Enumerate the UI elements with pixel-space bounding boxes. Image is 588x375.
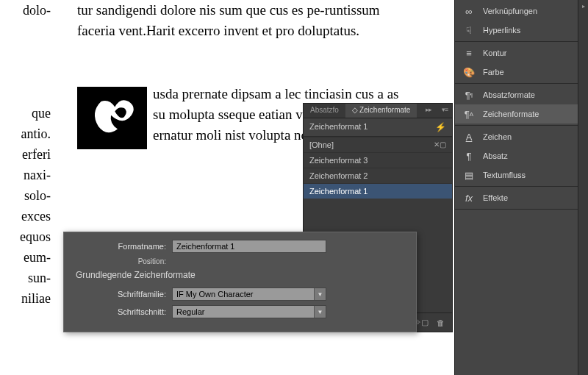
- link-icon: ∞: [462, 4, 476, 18]
- sidebar-item-hyperlinks[interactable]: ☟ Hyperlinks: [455, 21, 578, 40]
- wrap-icon: ▤: [462, 168, 476, 182]
- paragraph-1: tur sandigendi dolore nis sum que cus es…: [77, 0, 408, 41]
- chevron-down-icon[interactable]: ▼: [314, 306, 326, 318]
- tab-character-styles[interactable]: ◇Zeichenformate: [345, 104, 417, 118]
- pilcrow-icon: ¶: [462, 149, 476, 162]
- select-fontfamily[interactable]: IF My Own Character ▼: [172, 288, 326, 301]
- sidebar-item-label: Verknüpfungen: [483, 7, 537, 15]
- select-fontstyle[interactable]: Regular ▼: [172, 305, 326, 318]
- sidebar-item-color[interactable]: 🎨 Farbe: [455, 63, 578, 82]
- style-row[interactable]: Zeichenformat 2: [304, 168, 452, 183]
- trash-icon[interactable]: 🗑: [434, 318, 446, 328]
- new-style-icon[interactable]: ✧▢: [415, 318, 427, 328]
- drop-cap-image: [77, 87, 147, 149]
- label-fontfamily: Schriftfamilie:: [73, 290, 172, 299]
- character-a-icon: A: [462, 130, 476, 143]
- style-row[interactable]: Zeichenformat 3: [304, 152, 452, 168]
- sidebar-item-links[interactable]: ∞ Verknüpfungen: [455, 1, 578, 21]
- sidebar-item-paragraph-styles[interactable]: ¶¶ Absatzformate: [455, 85, 578, 104]
- sidebar-item-character[interactable]: A Zeichen: [455, 127, 578, 146]
- sidebar-item-label: Effekte: [483, 193, 508, 202]
- panel-menu-icon[interactable]: ▾≡: [440, 104, 452, 118]
- style-row-selected[interactable]: Zeichenformat 1: [304, 183, 452, 199]
- sidebar-item-character-styles[interactable]: ¶A Zeichenformate: [455, 104, 578, 124]
- panel-current-style: Zeichenformat 1 ⚡: [304, 118, 452, 137]
- sidebar-item-stroke[interactable]: ≡ Kontur: [455, 43, 578, 63]
- label-fontstyle: Schriftschnitt:: [73, 307, 172, 316]
- left-column-text: dolo- que antio. erferi naxi- solo- exce…: [3, 0, 51, 309]
- sidebar-item-label: Textumfluss: [483, 171, 526, 179]
- chevron-right-icon: ▸: [578, 3, 588, 10]
- sidebar-item-label: Farbe: [483, 68, 504, 76]
- sidebar-item-label: Absatzformate: [483, 90, 535, 99]
- panel-tabs: Absatzfo ◇Zeichenformate ▸▸ ▾≡: [304, 104, 452, 118]
- sidebar-item-label: Absatz: [483, 151, 508, 160]
- tab-paragraph-styles[interactable]: Absatzfo: [304, 104, 345, 118]
- sidebar-item-paragraph[interactable]: ¶ Absatz: [455, 146, 578, 165]
- sidebar-item-label: Zeichen: [483, 132, 512, 141]
- input-formatname[interactable]: Zeichenformat 1: [172, 240, 326, 253]
- sidebar-item-label: Kontur: [483, 49, 506, 57]
- label-position: Position:: [73, 257, 172, 265]
- sidebar-item-label: Zeichenformate: [483, 110, 539, 118]
- para-a-icon: ¶A: [462, 107, 476, 121]
- label-formatname: Formatname:: [73, 242, 172, 251]
- palette-icon: 🎨: [462, 65, 476, 79]
- para-p-icon: ¶¶: [462, 88, 476, 101]
- fx-icon: fx: [462, 191, 476, 204]
- style-options-dialog[interactable]: Formatname: Zeichenformat 1 Position: Gr…: [63, 232, 417, 332]
- clear-override-icon[interactable]: ✕▢: [434, 140, 446, 149]
- right-panel-dock: ∞ Verknüpfungen ☟ Hyperlinks ≡ Kontur 🎨 …: [454, 0, 588, 375]
- section-heading: Grundlegende Zeichenformate: [76, 270, 407, 280]
- lines-icon: ≡: [462, 46, 476, 60]
- style-row-none[interactable]: [Ohne] ✕▢: [304, 137, 452, 152]
- sidebar-item-effects[interactable]: fx Effekte: [455, 188, 578, 207]
- cursor-icon: ☟: [462, 24, 476, 37]
- quick-apply-icon[interactable]: ⚡: [435, 122, 446, 132]
- sidebar-item-label: Hyperlinks: [483, 26, 520, 35]
- panel-collapse-arrows-icon[interactable]: ▸▸: [421, 104, 436, 118]
- sidebar-item-textwrap[interactable]: ▤ Textumfluss: [455, 165, 578, 185]
- dock-collapse-strip[interactable]: ▸: [578, 0, 588, 375]
- chevron-down-icon[interactable]: ▼: [314, 288, 326, 300]
